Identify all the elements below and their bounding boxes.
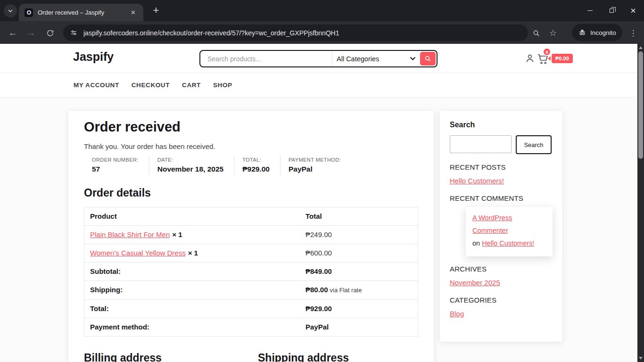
browser-menu-button[interactable]: ⋮ [627, 27, 639, 39]
archive-link[interactable]: November 2025 [450, 279, 500, 287]
restore-button[interactable] [601, 0, 622, 21]
shipping-amount: ₱80.00 [305, 286, 328, 294]
order-details-heading: Order details [84, 187, 418, 199]
recent-posts-heading: RECENT POSTS [450, 163, 553, 171]
categories-heading: CATEGORIES [450, 296, 553, 304]
comment-post-link[interactable]: Hello Customers! [482, 237, 534, 250]
table-header-row: Product Total [84, 207, 418, 226]
category-link[interactable]: Blog [450, 310, 464, 318]
product-cell: Plain Black Shirt For Men× 1 [84, 226, 300, 244]
overview-value: November 18, 2025 [157, 165, 223, 173]
reload-icon [46, 29, 54, 37]
payment-method-row: Payment method: PayPal [84, 318, 418, 336]
product-column-header: Product [84, 207, 300, 225]
order-received-panel: Order received Thank you. Your order has… [68, 111, 434, 362]
zoom-button[interactable] [530, 27, 542, 39]
product-qty: × 1 [172, 230, 182, 239]
nav-item-checkout[interactable]: CHECKOUT [132, 82, 170, 89]
cart-total-pill[interactable]: ₱0.00 [552, 54, 573, 63]
nav-item-my-account[interactable]: MY ACCOUNT [74, 82, 119, 89]
shipping-address-heading: Shipping address [258, 352, 349, 362]
tab-title: Order received – Jaspify [38, 9, 129, 16]
sidebar: Search Search RECENT POSTS Hello Custome… [440, 111, 562, 342]
overview-total: TOTAL: ₱929.00 [234, 156, 280, 174]
billing-address-heading: Billing address [84, 352, 258, 362]
sidebar-search-button[interactable]: Search [516, 135, 552, 154]
line-total-cell: ₱249.00 [300, 226, 418, 244]
overview-label: ORDER NUMBER: [92, 157, 139, 163]
subtotal-row: Subtotal: ₱849.00 [84, 263, 418, 281]
product-search-input[interactable] [200, 55, 332, 63]
order-details-table: Product Total Plain Black Shirt For Men×… [84, 207, 418, 337]
payment-method-label: Payment method: [84, 318, 300, 336]
overview-payment-method: PAYMENT METHOD: PayPal [280, 156, 351, 174]
back-button[interactable]: ← [7, 27, 19, 39]
minimize-button[interactable] [579, 0, 601, 21]
nav-item-cart[interactable]: CART [182, 82, 201, 89]
tab-close-icon[interactable]: ✕ [129, 8, 138, 17]
sidebar-search-heading: Search [450, 121, 553, 129]
scrollbar-thumb[interactable] [638, 51, 643, 159]
forward-button[interactable]: → [25, 27, 37, 39]
category-select[interactable]: All Categories [332, 55, 420, 63]
main-navigation: MY ACCOUNT CHECKOUT CART SHOP [0, 73, 637, 98]
recent-comments-heading: RECENT COMMENTS [450, 194, 553, 202]
subtotal-label: Subtotal: [84, 263, 300, 280]
page-content: Order received Thank you. Your order has… [0, 98, 637, 362]
payment-method-value: PayPal [300, 318, 418, 336]
site-controls-icon [70, 29, 78, 37]
comment-author-link[interactable]: A WordPress Commenter [472, 212, 546, 237]
window-controls: ✕ [579, 0, 644, 21]
sidebar-search-input[interactable] [450, 135, 512, 153]
shipping-label: Shipping: [84, 281, 300, 299]
chevron-down-icon [8, 8, 13, 14]
total-row: Total: ₱929.00 [84, 300, 418, 318]
recent-post-link[interactable]: Hello Customers! [450, 177, 504, 185]
bookmark-star-button[interactable]: ☆ [547, 27, 559, 39]
browser-window: Order received – Jaspify ✕ + ✕ ← → jaspi… [0, 0, 644, 362]
nav-item-shop[interactable]: SHOP [213, 82, 232, 89]
billing-address-block: Billing address [84, 352, 258, 362]
shop-logo[interactable]: Jaspify [73, 50, 114, 64]
overview-label: PAYMENT METHOD: [289, 157, 341, 163]
product-link[interactable]: Women's Casual Yellow Dress [90, 249, 186, 257]
thank-you-message: Thank you. Your order has been received. [84, 142, 418, 150]
overview-label: DATE: [157, 157, 223, 163]
account-button[interactable] [524, 53, 536, 66]
close-button[interactable]: ✕ [622, 0, 644, 21]
shipping-row: Shipping: ₱80.00via Flat rate [84, 281, 418, 300]
incognito-label: Incognito [590, 29, 616, 36]
address-bar[interactable]: jaspify.sofercoders.online/checkout/orde… [63, 25, 528, 41]
tab-search-button[interactable] [4, 4, 17, 17]
recent-comment-item: A WordPress Commenter on Hello Customers… [466, 207, 553, 256]
magnifier-icon [532, 29, 540, 37]
categories-list: Blog [450, 310, 553, 318]
page-title: Order received [84, 119, 418, 135]
overview-value: ₱929.00 [242, 165, 270, 173]
browser-tab[interactable]: Order received – Jaspify ✕ [19, 4, 143, 21]
reload-button[interactable] [44, 27, 56, 39]
incognito-icon [578, 28, 586, 37]
product-search-button[interactable] [420, 52, 436, 66]
category-selected-label: All Categories [337, 55, 379, 63]
shipping-address-block: Shipping address [258, 352, 349, 362]
search-icon [424, 55, 432, 63]
cart-count-badge[interactable]: 0 [543, 48, 551, 56]
total-value: ₱929.00 [300, 300, 418, 318]
scroll-down-icon[interactable] [639, 357, 643, 360]
overview-order-number: ORDER NUMBER: 57 [84, 156, 149, 174]
page-scrollbar[interactable] [637, 44, 644, 362]
webpage: Jaspify All Categories [0, 44, 637, 362]
product-cell: Women's Casual Yellow Dress× 1 [84, 244, 300, 262]
archives-heading: ARCHIVES [450, 265, 553, 273]
url-text: jaspify.sofercoders.online/checkout/orde… [83, 29, 339, 37]
incognito-badge[interactable]: Incognito [572, 24, 622, 41]
sidebar-search-form: Search [450, 135, 553, 154]
comment-connector: on [472, 239, 482, 247]
scroll-up-icon[interactable] [639, 46, 643, 49]
shop-header: Jaspify All Categories [0, 44, 637, 73]
new-tab-button[interactable]: + [149, 4, 163, 17]
restore-icon [610, 8, 614, 13]
minimize-icon [587, 10, 593, 11]
product-link[interactable]: Plain Black Shirt For Men [90, 230, 170, 239]
